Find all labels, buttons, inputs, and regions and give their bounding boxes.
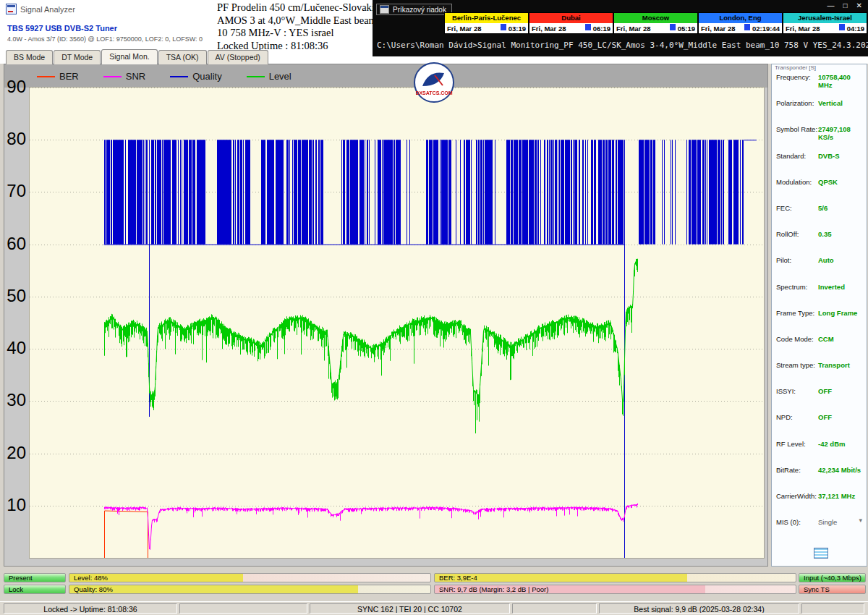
legend-label: BER xyxy=(59,71,79,82)
transponder-value: 42,234 Mbit/s xyxy=(818,466,861,474)
transponder-title: Transponder [S] xyxy=(775,64,867,71)
clock-datetime: Fri, Mar 2804:19 xyxy=(783,23,867,33)
y-axis-label: 50 xyxy=(4,286,26,306)
chevron-down-icon[interactable]: ▾ xyxy=(859,517,862,524)
level-bar: Level: 48% xyxy=(69,573,431,582)
clock-date: Fri, Mar 28 xyxy=(701,25,744,33)
transponder-label: Modulation: xyxy=(776,178,818,186)
transponder-value: CCM xyxy=(818,335,834,343)
transponder-label: Polarization: xyxy=(776,99,818,107)
window-title: Signal Analyzer xyxy=(6,4,75,14)
legend-item-quality: Quality xyxy=(170,71,221,82)
clock-time: 03:19 xyxy=(509,25,526,33)
header-info: PF Prodelin 450 cm/Lučenec-Slovakia AMOS… xyxy=(217,1,379,52)
statusbar-cell xyxy=(801,603,864,614)
transponder-row: Modulation:QPSK xyxy=(776,178,865,204)
clock-datetime: Fri, Mar 2802:19:44 xyxy=(699,23,782,33)
transponder-label: Code Mode: xyxy=(776,335,818,343)
transponder-label: FEC: xyxy=(776,204,818,212)
transponder-label: Symbol Rate: xyxy=(776,125,818,133)
legend-label: Quality xyxy=(192,71,221,82)
transponder-panel: Transponder [S] Frequency:10758,400 MHzP… xyxy=(771,64,867,567)
legend-item-level: Level xyxy=(247,71,292,82)
dxsatcs-logo: DXSATCS.COM xyxy=(413,62,455,103)
transponder-value: DVB-S xyxy=(818,152,840,160)
transponder-row: Spectrum:Inverted xyxy=(776,283,865,309)
transponder-row: Frame Type:Long Frame xyxy=(776,309,865,335)
y-axis-label: 80 xyxy=(4,129,26,149)
transponder-row: Stream type:Transport xyxy=(776,361,865,387)
clock-moscow: MoscowFri, Mar 2805:19 xyxy=(613,12,698,34)
transponder-value: 0.35 xyxy=(818,230,832,238)
clock-city: Jerusalem-Israel xyxy=(783,13,867,23)
legend-swatch xyxy=(170,76,188,77)
transponder-label: RF Level: xyxy=(776,440,818,448)
console-window-buttons: — □ ✕ xyxy=(827,1,862,9)
clock-berlin-paris-lu-enec: Berlin-Paris-LučenecFri, Mar 2803:19 xyxy=(444,12,529,34)
minimize-icon[interactable]: — xyxy=(827,1,835,9)
chart-legend-strip: BERSNRQualityLevel xyxy=(4,64,767,88)
transponder-label: Spectrum: xyxy=(776,283,818,291)
tab-bs-mode[interactable]: BS Mode xyxy=(6,50,53,64)
transponder-value: Auto xyxy=(818,256,834,264)
transponder-value: Transport xyxy=(818,361,850,369)
header-info-line: AMOS 3 at 4,0°W_Middle East beam xyxy=(217,14,379,27)
transponder-label: Standard: xyxy=(776,152,818,160)
transponder-label: Stream type: xyxy=(776,361,818,369)
maximize-icon[interactable]: □ xyxy=(843,1,848,9)
legend-label: Level xyxy=(269,71,292,82)
statusbar-cell xyxy=(512,603,597,614)
console-titlebar[interactable]: Príkazový riadok xyxy=(376,4,452,15)
clock-london-eng: London, EngFri, Mar 2802:19:44 xyxy=(698,12,783,34)
transponder-value: QPSK xyxy=(818,178,838,186)
chart-legend: BERSNRQualityLevel xyxy=(37,71,767,82)
tab-av-stopped-[interactable]: AV (Stopped) xyxy=(208,50,268,64)
clock-date: Fri, Mar 28 xyxy=(616,25,670,33)
transponder-row: Standard:DVB-S xyxy=(776,152,865,178)
y-axis-label: 90 xyxy=(4,77,26,97)
legend-swatch xyxy=(103,76,122,77)
clock-datetime: Fri, Mar 2806:19 xyxy=(529,23,613,33)
transponder-row: BitRate:42,234 Mbit/s xyxy=(776,466,865,492)
tab-signal-mon-[interactable]: Signal Mon. xyxy=(101,49,157,64)
transponder-row: Symbol Rate:27497,108 KS/s xyxy=(776,125,865,151)
transponder-value[interactable]: Single xyxy=(818,518,837,526)
legend-swatch xyxy=(247,76,265,77)
timezone-badge xyxy=(670,24,676,30)
window-title-label: Signal Analyzer xyxy=(20,5,75,14)
quality-bar: Quality: 80% xyxy=(69,585,431,594)
legend-swatch xyxy=(37,76,55,77)
transponder-label: CarrierWidth: xyxy=(776,492,818,500)
legend-label: SNR xyxy=(126,71,145,82)
clock-time: 05:19 xyxy=(678,25,695,33)
y-axis-label: 70 xyxy=(4,181,26,201)
transponder-value: 10758,400 MHz xyxy=(818,73,865,89)
ber-bar: BER: 3,9E-4 xyxy=(434,573,796,582)
clock-city: Dubai xyxy=(529,13,613,23)
transponder-label: Pilot: xyxy=(776,256,818,264)
lock-indicator: Lock xyxy=(4,585,66,594)
console-command-line[interactable]: C:\Users\Roman Dávid>Signal Monitoring_P… xyxy=(377,41,868,50)
clock-city: Berlin-Paris-Lučenec xyxy=(445,13,528,23)
clock-city: London, Eng xyxy=(699,13,782,23)
signal-chart-panel: BERSNRQualityLevel DXSATCS.COM 908070605… xyxy=(4,64,768,567)
transponder-row: ISSYI:OFF xyxy=(776,387,865,413)
transponder-row: Code Mode:CCM xyxy=(776,335,865,361)
clock-date: Fri, Mar 28 xyxy=(447,25,501,33)
tab-dt-mode[interactable]: DT Mode xyxy=(54,50,101,64)
clock-city: Moscow xyxy=(614,13,697,23)
transponder-label: ISSYI: xyxy=(776,387,818,395)
transponder-value: 5/6 xyxy=(818,204,827,212)
tab-tsa-ok-[interactable]: TSA (OK) xyxy=(158,50,207,64)
transport-stream-icon[interactable] xyxy=(814,548,828,559)
y-axis-label: 20 xyxy=(4,443,26,463)
present-indicator: Present xyxy=(4,573,66,582)
transponder-rows: Frequency:10758,400 MHzPolarization:Vert… xyxy=(776,73,865,544)
command-prompt-window[interactable]: Príkazový riadok — □ ✕ Berlin-Paris-Luče… xyxy=(373,0,868,56)
close-icon[interactable]: ✕ xyxy=(856,1,862,9)
transponder-row: Pilot:Auto xyxy=(776,256,865,282)
transponder-row: MIS (0):Single▾ xyxy=(776,518,865,544)
mode-tabbar: BS ModeDT ModeSignal Mon.TSA (OK)AV (Sto… xyxy=(6,50,269,64)
statusbar-best-signal: Best signal: 9,9 dB (2025-03-28 02:34) xyxy=(599,603,799,614)
transponder-label: MIS (0): xyxy=(776,518,818,526)
